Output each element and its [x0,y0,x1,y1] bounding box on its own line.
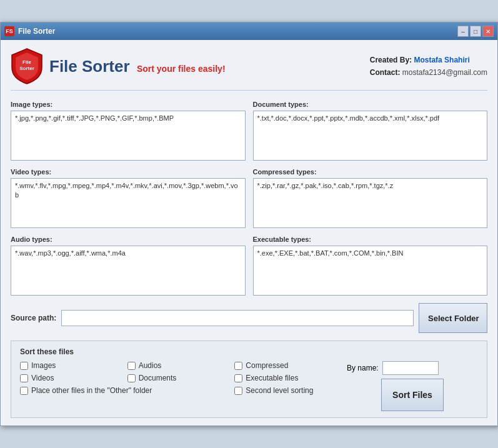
video-types-label: Video types: [11,168,246,176]
svg-text:Sorter: Sorter [19,66,34,71]
video-types-input[interactable]: *.wmv,*.flv,*.mpg,*.mpeg,*.mp4,*.m4v,*.m… [11,178,246,228]
compressed-types-group: Compressed types: *.zip,*.rar,*.gz,*.pak… [253,168,488,228]
title-bar-left: FS File Sorter [4,26,55,36]
image-types-input[interactable]: *.jpg,*.png,*.gif,*.tiff,*.JPG,*.PNG,*.G… [11,111,246,161]
video-types-group: Video types: *.wmv,*.flv,*.mpg,*.mpeg,*.… [11,168,246,228]
svg-text:File: File [22,59,31,65]
executable-checkbox-item: Executable files [234,374,342,382]
maximize-button[interactable]: □ [470,26,481,37]
sort-controls-row: Images Audios Compressed Videos [20,361,478,411]
place-others-checkbox-item: Place other files in the "Other" folder [20,386,234,395]
types-grid: Image types: *.jpg,*.png,*.gif,*.tiff,*.… [11,101,487,296]
document-types-input[interactable]: *.txt,*.doc,*.docx,*.ppt,*.pptx,*.mdb,*.… [253,111,488,161]
documents-checkbox[interactable] [127,374,136,382]
document-types-label: Document types: [253,101,488,108]
executable-checkbox[interactable] [234,374,242,382]
videos-checkbox[interactable] [20,374,28,382]
sort-files-button[interactable]: Sort Files [381,379,444,411]
compressed-types-input[interactable]: *.zip,*.rar,*.gz,*.pak,*.iso,*.cab,*.rpm… [253,178,488,228]
place-others-label: Place other files in the "Other" folder [31,386,152,395]
contact-row: Contact: mostafa2134@gmail.com [370,66,487,79]
audios-label: Audios [139,361,162,370]
created-by-label: Created By: [370,56,412,64]
window-title: File Sorter [18,27,55,36]
app-subtitle: Sort your files easily! [137,64,226,74]
image-types-group: Image types: *.jpg,*.png,*.gif,*.tiff,*.… [11,101,246,161]
close-button[interactable]: ✕ [482,26,494,37]
videos-checkbox-item: Videos [20,374,127,382]
by-name-input[interactable] [382,361,439,375]
source-path-label: Source path: [11,314,56,322]
app-window: FS File Sorter – □ ✕ File Sorter File So… [0,22,498,426]
executable-types-label: Executable types: [253,236,488,243]
header-right: Created By: Mostafa Shahiri Contact: mos… [370,54,487,79]
audio-types-group: Audio types: *.wav,*.mp3,*.ogg,*.aiff,*.… [11,236,246,296]
by-name-label: By name: [347,364,379,372]
source-path-row: Source path: Select Folder [11,303,487,333]
executable-label: Executable files [246,374,298,382]
created-by-row: Created By: Mostafa Shahiri [370,54,487,66]
image-types-label: Image types: [11,101,246,108]
audio-types-input[interactable]: *.wav,*.mp3,*.ogg,*.aiff,*.wma,*.m4a [11,246,246,296]
executable-types-group: Executable types: *.exe,*.EXE,*.bat,*.BA… [253,236,488,296]
app-header: File Sorter File Sorter Sort your files … [11,47,487,91]
app-title: File Sorter [49,57,130,76]
contact-label: Contact: [370,68,401,77]
sort-section: Sort these files Images Audios Co [11,341,487,418]
place-others-checkbox[interactable] [20,387,28,395]
audios-checkbox-item: Audios [127,361,235,370]
compressed-types-label: Compressed types: [253,168,488,176]
images-checkbox-item: Images [20,361,127,370]
checkboxes-area: Images Audios Compressed Videos [20,361,342,395]
second-level-label: Second level sorting [246,386,313,395]
images-checkbox[interactable] [20,362,28,370]
minimize-button[interactable]: – [457,26,469,37]
audios-checkbox[interactable] [127,362,136,370]
logo-shield: File Sorter [11,47,43,85]
contact-email: mostafa2134@gmail.com [402,68,487,77]
compressed-checkbox-item: Compressed [234,361,342,370]
second-level-checkbox[interactable] [234,387,242,395]
executable-types-input[interactable]: *.exe,*.EXE,*.bat,*.BAT,*.com,*.COM,*.bi… [253,246,488,296]
title-group: File Sorter Sort your files easily! [49,57,226,76]
second-level-checkbox-item: Second level sorting [234,386,342,395]
app-icon: FS [4,26,14,36]
header-left: File Sorter File Sorter Sort your files … [11,47,226,85]
compressed-label: Compressed [246,361,288,370]
images-label: Images [31,361,56,370]
compressed-checkbox[interactable] [234,362,242,370]
documents-checkbox-item: Documents [127,374,235,382]
source-path-input[interactable] [61,310,414,326]
sort-section-title: Sort these files [20,347,478,356]
by-name-group: By name: [347,361,439,375]
right-controls: By name: Sort Files [347,361,478,411]
videos-label: Videos [31,374,54,382]
author-name: Mostafa Shahiri [414,56,469,64]
content-area: File Sorter File Sorter Sort your files … [1,40,497,426]
title-bar: FS File Sorter – □ ✕ [1,22,497,40]
documents-label: Documents [139,374,177,382]
document-types-group: Document types: *.txt,*.doc,*.docx,*.ppt… [253,101,488,161]
audio-types-label: Audio types: [11,236,246,243]
title-controls: – □ ✕ [457,26,494,37]
select-folder-button[interactable]: Select Folder [419,303,487,333]
